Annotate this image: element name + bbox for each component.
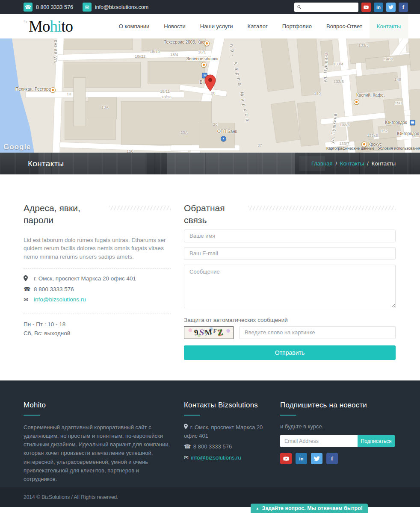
email-input[interactable] (184, 247, 396, 260)
subscribe-email-input[interactable] (280, 435, 358, 447)
map-poi-restaurant-icon[interactable] (361, 142, 367, 147)
footer-about-heading: Mohito (24, 401, 171, 410)
facebook-icon[interactable]: f (326, 453, 338, 464)
nav-catalog[interactable]: Каталог (240, 14, 275, 38)
map-label: ежная ул. (53, 40, 59, 64)
breadcrumb-separator: / (367, 160, 369, 167)
contact-heading: Адреса, явки, пароли (24, 202, 109, 226)
map-label: 133к8 (367, 133, 378, 138)
linkedin-icon[interactable]: in (296, 453, 307, 464)
linkedin-icon[interactable]: in (374, 3, 383, 12)
map-marker-pin-icon[interactable] (204, 74, 216, 91)
hours-weekend: Сб, Вс: выходной (24, 329, 171, 338)
nav-services[interactable]: Наши услуги (193, 14, 240, 38)
youtube-icon[interactable] (280, 453, 292, 464)
envelope-icon: ✉ (184, 454, 189, 461)
decorative-photo-block (167, 153, 295, 174)
page: ☎ 8 800 3333 576 ✉ info@bizsolutions.com… (0, 0, 420, 513)
logo-text-post: to (61, 18, 73, 34)
map-poi-bus-icon[interactable] (410, 120, 415, 125)
map-label: 37 (257, 143, 262, 147)
form-heading: Обратная связь (184, 202, 240, 226)
logo-text-accent: hi (50, 18, 61, 34)
captcha-input[interactable] (239, 326, 396, 339)
captcha-character: S (198, 327, 204, 338)
subscribe-note: и будьте в курсе. (280, 423, 395, 430)
twitter-icon[interactable] (311, 453, 322, 464)
topbar-email: ✉ info@bizsolutions.com (83, 3, 148, 12)
map-label: пр. Карла Маркса (229, 44, 251, 124)
map-label: Картографические данные (326, 146, 374, 150)
location-pin-icon (24, 275, 34, 283)
footer-about-column: Mohito Современный адаптивный корпоратив… (24, 401, 171, 487)
map-building (408, 38, 420, 71)
name-input[interactable] (184, 230, 396, 242)
footer-email-link[interactable]: info@bizsolutions.ru (191, 454, 241, 461)
map-label: 18/4 (170, 52, 178, 57)
phone-icon: ☎ (24, 286, 34, 293)
main-content: Адреса, явки, пароли Lid est laborum dol… (0, 174, 420, 380)
youtube-icon[interactable] (361, 3, 371, 12)
map-label: Техсервис 2003, Кафе. (164, 40, 209, 44)
search-box[interactable] (294, 3, 358, 12)
hatch-decoration (109, 206, 171, 210)
map-poi-restaurant-icon[interactable] (50, 87, 56, 93)
twitter-icon[interactable] (386, 3, 396, 12)
map-poi-bank-icon[interactable] (221, 136, 226, 142)
search-input[interactable] (304, 3, 356, 11)
heading-underline (280, 415, 296, 416)
map-poi-cafe-icon[interactable] (354, 99, 359, 105)
footer-contacts-column: Контакты Bizsolutions г. Омск, проспект … (184, 401, 269, 487)
captcha-character: Z (217, 327, 224, 338)
map-building (121, 102, 211, 144)
footer-contacts-heading: Контакты Bizsolutions (184, 401, 269, 410)
map-label: Зелёное яблоко (186, 56, 218, 61)
feedback-form: Защита от автоматических сообщений 9SMFZ… (184, 230, 396, 360)
address-row: г. Омск, проспект Маркса 20 офис 401 (24, 275, 171, 283)
captcha-character: M (204, 327, 213, 338)
map-label: 148 (394, 77, 401, 82)
subscribe-row: Подписаться (280, 435, 395, 447)
envelope-icon: ✉ (83, 3, 92, 12)
nav-faq[interactable]: Вопрос-Ответ (319, 14, 370, 38)
google-map[interactable]: Техсервис 2003, Кафе.18к2218/1018/418/1З… (0, 38, 420, 153)
map-building (347, 120, 374, 142)
email-row: ✉ info@bizsolutions.ru (24, 296, 171, 304)
captcha-character: F (213, 328, 217, 335)
map-label: Пеликан, Ресторан (15, 87, 53, 91)
contact-info-column: Адреса, явки, пароли Lid est laborum dol… (24, 202, 171, 380)
map-label: 150 (395, 100, 402, 105)
map-label: 20 (213, 122, 218, 127)
map-label: 133/4 (333, 62, 343, 66)
map-label: 152 (381, 128, 388, 133)
map-label: 18к22 (135, 54, 145, 59)
message-textarea[interactable] (184, 265, 396, 308)
submit-button[interactable]: Отправить (184, 345, 396, 360)
page-title-bar: Контакты Главная/Контакты/Контакты (0, 153, 420, 174)
subscribe-button[interactable]: Подписаться (358, 435, 395, 447)
nav-portfolio[interactable]: Портфолио (275, 14, 319, 38)
map-building (298, 102, 319, 146)
nav-news[interactable]: Новости (157, 14, 192, 38)
map-poi-cafe-icon[interactable] (204, 41, 210, 46)
facebook-icon[interactable]: f (399, 3, 408, 12)
map-label: 18/10 (150, 49, 160, 54)
working-hours: Пн - Пт : 10 - 18 Сб, Вс: выходной (24, 320, 171, 338)
map-building (271, 101, 300, 143)
map-poi-cafe-icon[interactable] (201, 62, 207, 68)
logo[interactable]: ”> Mohito (24, 18, 73, 34)
breadcrumb-home[interactable]: Главная (311, 160, 332, 167)
email-link[interactable]: info@bizsolutions.ru (34, 296, 86, 303)
footer-social-icons: in f (280, 453, 395, 464)
nav-about[interactable]: О компании (112, 14, 157, 38)
breadcrumb-contacts[interactable]: Контакты (340, 160, 364, 167)
footer-subscribe-column: Подпишитесь на новости и будьте в курсе.… (280, 401, 395, 487)
topbar-phone-number: 8 800 3333 576 (36, 4, 73, 10)
map-label: 140 (314, 91, 321, 96)
captcha-character: 9 (194, 327, 199, 337)
chat-widget-button[interactable]: ▲ Задайте вопрос. Мы отвечаем бытро! (251, 504, 368, 513)
nav-contacts[interactable]: Контакты (370, 14, 408, 38)
map-label: ОТП Банк (217, 129, 237, 134)
map-label: Google (3, 143, 31, 151)
footer-phone-text: 8 800 3333 576 (193, 443, 232, 450)
